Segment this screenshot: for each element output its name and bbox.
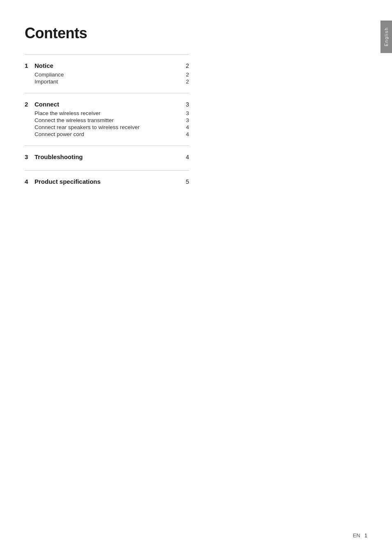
toc-page-4: 5	[182, 178, 189, 185]
toc-sub-row-1-1: Important2	[35, 79, 189, 85]
toc-sub-page-2-2: 4	[182, 124, 189, 130]
toc-sub-page-2-3: 4	[182, 131, 189, 137]
toc-main-row-1: 1Notice2	[25, 62, 189, 69]
page-footer: EN 1	[353, 532, 367, 539]
toc-sub-page-1-1: 2	[182, 79, 189, 85]
toc-section-3: 3Troubleshooting4	[25, 146, 189, 170]
toc-sub-title-2-3: Connect power cord	[35, 131, 179, 137]
toc-sub-title-1-0: Compliance	[35, 72, 179, 78]
toc-sub-row-2-3: Connect power cord4	[35, 131, 189, 137]
toc-title-3: Troubleshooting	[35, 153, 179, 160]
toc-section-1: 1Notice2Compliance2Important2	[25, 54, 189, 93]
toc-title-2: Connect	[35, 101, 179, 108]
page-title: Contents	[25, 25, 189, 42]
toc-number-4: 4	[25, 178, 35, 185]
toc-sub-row-1-0: Compliance2	[35, 72, 189, 78]
toc-main-row-2: 2Connect3	[25, 101, 189, 108]
toc-number-2: 2	[25, 101, 35, 108]
toc-number-1: 1	[25, 62, 35, 69]
toc-sub-page-2-1: 3	[182, 117, 189, 123]
language-tab: English	[380, 21, 392, 53]
toc-sub-items-1: Compliance2Important2	[35, 72, 189, 85]
toc-page-3: 4	[182, 154, 189, 160]
toc-sub-title-1-1: Important	[35, 79, 179, 85]
toc-sub-row-2-1: Connect the wireless transmitter3	[35, 117, 189, 123]
language-label: English	[384, 27, 389, 46]
toc-sub-items-2: Place the wireless receiver3Connect the …	[35, 110, 189, 137]
toc-container: 1Notice2Compliance2Important22Connect3Pl…	[25, 54, 189, 195]
toc-sub-title-2-0: Place the wireless receiver	[35, 110, 179, 116]
toc-page-2: 3	[182, 101, 189, 108]
toc-title-4: Product specifications	[35, 178, 179, 185]
page-number: 1	[364, 532, 367, 539]
toc-number-3: 3	[25, 153, 35, 160]
toc-section-4: 4Product specifications5	[25, 170, 189, 195]
toc-sub-page-1-0: 2	[182, 72, 189, 78]
toc-sub-page-2-0: 3	[182, 110, 189, 116]
toc-section-2: 2Connect3Place the wireless receiver3Con…	[25, 93, 189, 146]
lang-code: EN	[353, 532, 360, 539]
toc-main-row-3: 3Troubleshooting4	[25, 153, 189, 160]
toc-sub-title-2-2: Connect rear speakers to wireless receiv…	[35, 124, 179, 130]
toc-sub-row-2-0: Place the wireless receiver3	[35, 110, 189, 116]
toc-title-1: Notice	[35, 62, 179, 69]
toc-sub-title-2-1: Connect the wireless transmitter	[35, 117, 179, 123]
toc-page-1: 2	[182, 62, 189, 69]
toc-main-row-4: 4Product specifications5	[25, 178, 189, 185]
toc-sub-row-2-2: Connect rear speakers to wireless receiv…	[35, 124, 189, 130]
page-content: Contents 1Notice2Compliance2Important22C…	[0, 0, 214, 220]
